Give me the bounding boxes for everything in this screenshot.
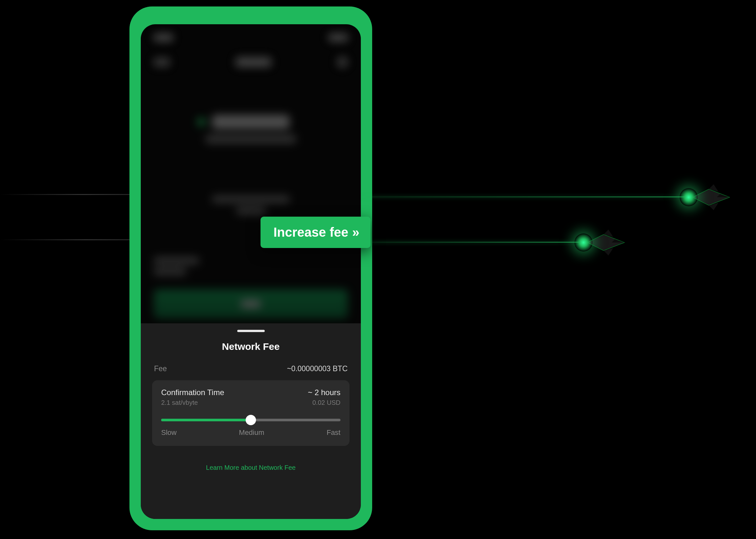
canvas: Network Fee Fee ~0.00000003 BTC Confirma…: [0, 0, 756, 539]
increase-fee-badge[interactable]: Increase fee»: [260, 217, 371, 248]
rocket-icon: [581, 228, 626, 257]
slider-thumb[interactable]: [246, 415, 256, 425]
phone-screen: Network Fee Fee ~0.00000003 BTC Confirma…: [141, 24, 361, 519]
motion-trail-dark: [0, 194, 139, 195]
confirmation-card: Confirmation Time ~ 2 hours 2.1 sat/vbyt…: [152, 380, 349, 446]
slider-label-fast: Fast: [327, 428, 340, 437]
fee-rate: 2.1 sat/vbyte: [161, 399, 198, 407]
increase-fee-label: Increase fee: [273, 225, 348, 239]
fee-label: Fee: [154, 364, 167, 373]
confirmation-time-value: ~ 2 hours: [308, 388, 340, 397]
slider-label-slow: Slow: [161, 428, 177, 437]
network-fee-sheet: Network Fee Fee ~0.00000003 BTC Confirma…: [141, 323, 361, 519]
drag-handle[interactable]: [237, 330, 265, 332]
fee-slider[interactable]: [161, 419, 340, 421]
slider-fill: [161, 419, 251, 421]
motion-trail-green: [362, 242, 589, 243]
slider-label-medium: Medium: [239, 428, 264, 437]
slider-labels: Slow Medium Fast: [161, 428, 340, 437]
sheet-title: Network Fee: [152, 341, 349, 352]
learn-more-link[interactable]: Learn More about Network Fee: [152, 464, 349, 471]
rocket-icon: [686, 183, 731, 212]
motion-trail-dark: [0, 239, 142, 240]
fee-row: Fee ~0.00000003 BTC: [152, 364, 349, 373]
chevron-right-icon: »: [352, 225, 357, 239]
phone-frame: Network Fee Fee ~0.00000003 BTC Confirma…: [130, 6, 372, 530]
fee-fiat: 0.02 USD: [312, 399, 340, 407]
fee-value: ~0.00000003 BTC: [287, 364, 347, 373]
motion-trail-green: [362, 196, 689, 197]
confirmation-time-label: Confirmation Time: [161, 388, 224, 397]
